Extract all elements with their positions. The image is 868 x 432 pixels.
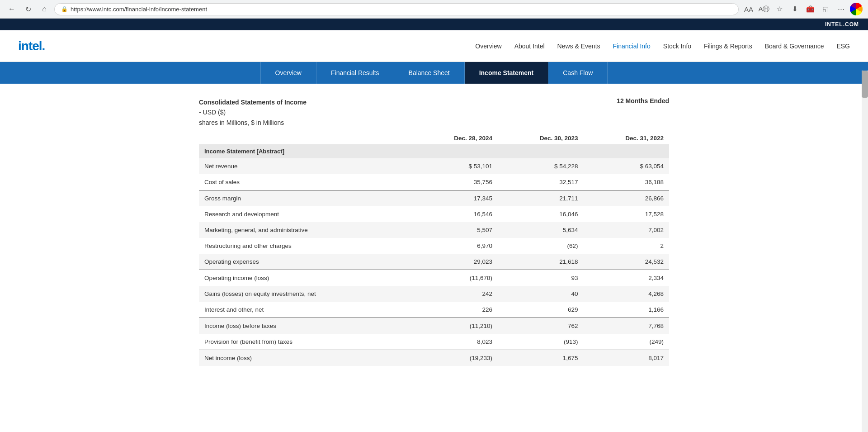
nav-financial-info-link[interactable]: Financial Info	[613, 43, 651, 50]
subnav-income-statement[interactable]: Income Statement	[465, 62, 549, 84]
title-line2: - USD ($)	[199, 109, 226, 116]
nav-filings-reports[interactable]: Filings & Reports	[704, 43, 752, 50]
row-col3: 1,166	[584, 302, 669, 318]
subnav-balance-sheet[interactable]: Balance Sheet	[394, 62, 465, 84]
extensions-button[interactable]: 🧰	[804, 3, 816, 15]
nav-about-intel-link[interactable]: About Intel	[514, 43, 545, 50]
sidebar-button[interactable]: ◱	[819, 3, 832, 15]
row-label: Gains (losses) on equity investments, ne…	[199, 286, 412, 302]
row-col3: $ 63,054	[584, 158, 669, 174]
browser-actions: АА AⒽ ☆ ⬇ 🧰 ◱ ⋯	[742, 3, 863, 15]
income-statement-table: Dec. 28, 2024 Dec. 30, 2023 Dec. 31, 202…	[199, 132, 669, 366]
period-header-block: 12 Months Ended	[617, 97, 669, 128]
col-label-header	[199, 132, 412, 144]
table-row: Marketing, general, and administrative5,…	[199, 222, 669, 238]
subnav-cash-flow[interactable]: Cash Flow	[548, 62, 608, 84]
nav-filings-reports-link[interactable]: Filings & Reports	[704, 43, 752, 50]
row-col1: (11,210)	[412, 318, 498, 334]
row-col3: (249)	[584, 334, 669, 350]
nav-financial-info[interactable]: Financial Info	[613, 43, 651, 50]
nav-esg-link[interactable]: ESG	[836, 43, 850, 50]
table-row: Operating expenses29,02321,61824,532	[199, 254, 669, 270]
nav-esg[interactable]: ESG	[836, 43, 850, 50]
address-bar[interactable]: 🔒 https://www.intc.com/financial-info/in…	[54, 3, 739, 15]
row-col1: 29,023	[412, 254, 498, 270]
browser-bar: ← ↻ ⌂ 🔒 https://www.intc.com/financial-i…	[0, 0, 868, 19]
download-button[interactable]: ⬇	[788, 3, 801, 15]
row-col1: 16,546	[412, 206, 498, 222]
col3-header: Dec. 31, 2022	[584, 132, 669, 144]
row-label: Operating income (loss)	[199, 270, 412, 286]
row-col1: (11,678)	[412, 270, 498, 286]
row-col2: 21,711	[498, 190, 583, 207]
subnav-financial-results[interactable]: Financial Results	[316, 62, 394, 84]
row-label: Restructuring and other charges	[199, 238, 412, 254]
nav-stock-info[interactable]: Stock Info	[663, 43, 691, 50]
table-row: Net income (loss)(19,233)1,6758,017	[199, 350, 669, 366]
section-header-row: Income Statement [Abstract]	[199, 144, 669, 158]
table-row: Gross margin17,34521,71126,866	[199, 190, 669, 207]
row-col1: (19,233)	[412, 350, 498, 366]
row-label: Research and development	[199, 206, 412, 222]
row-col2: 1,675	[498, 350, 583, 366]
row-col2: 5,634	[498, 222, 583, 238]
row-col2: 93	[498, 270, 583, 286]
main-nav-list: Overview About Intel News & Events Finan…	[475, 43, 850, 50]
translate-button[interactable]: AⒽ	[758, 3, 770, 15]
column-header-row: Dec. 28, 2024 Dec. 30, 2023 Dec. 31, 202…	[199, 132, 669, 144]
row-col1: 17,345	[412, 190, 498, 207]
row-col2: (913)	[498, 334, 583, 350]
nav-news-events-link[interactable]: News & Events	[557, 43, 600, 50]
row-col3: 2	[584, 238, 669, 254]
scrollbar-thumb[interactable]	[862, 71, 868, 98]
row-col2: $ 54,228	[498, 158, 583, 174]
content-area: Consolidated Statements of Income - USD …	[185, 97, 683, 366]
row-col1: $ 53,101	[412, 158, 498, 174]
nav-overview[interactable]: Overview	[475, 43, 501, 50]
row-col3: 26,866	[584, 190, 669, 207]
back-button[interactable]: ←	[5, 3, 18, 15]
intel-logo[interactable]: intel.	[18, 39, 45, 53]
table-row: Research and development16,54616,04617,5…	[199, 206, 669, 222]
title-line3: shares in Millions, $ in Millions	[199, 119, 284, 126]
top-bar: INTEL.COM	[0, 19, 868, 30]
nav-board-governance[interactable]: Board & Governance	[765, 43, 824, 50]
nav-overview-link[interactable]: Overview	[475, 43, 501, 50]
row-col3: 36,188	[584, 174, 669, 190]
statement-header-section: Consolidated Statements of Income - USD …	[199, 97, 669, 128]
scrollbar[interactable]	[862, 71, 868, 380]
nav-board-governance-link[interactable]: Board & Governance	[765, 43, 824, 50]
refresh-button[interactable]: ↻	[22, 3, 34, 15]
col2-header: Dec. 30, 2023	[498, 132, 583, 144]
row-col2: 40	[498, 286, 583, 302]
nav-stock-info-link[interactable]: Stock Info	[663, 43, 691, 50]
table-row: Income (loss) before taxes(11,210)7627,7…	[199, 318, 669, 334]
profile-avatar[interactable]	[850, 3, 863, 15]
site-label: INTEL.COM	[825, 21, 859, 28]
main-navigation: Overview About Intel News & Events Finan…	[475, 43, 850, 50]
table-row: Operating income (loss)(11,678)932,334	[199, 270, 669, 286]
row-col1: 6,970	[412, 238, 498, 254]
table-row: Gains (losses) on equity investments, ne…	[199, 286, 669, 302]
row-label: Provision for (benefit from) taxes	[199, 334, 412, 350]
subnav-overview[interactable]: Overview	[260, 62, 316, 84]
row-col3: 4,268	[584, 286, 669, 302]
row-col1: 226	[412, 302, 498, 318]
reader-mode-button[interactable]: АА	[742, 3, 755, 15]
home-button[interactable]: ⌂	[38, 3, 51, 15]
favorite-button[interactable]: ☆	[773, 3, 786, 15]
row-col2: 21,618	[498, 254, 583, 270]
row-label: Net income (loss)	[199, 350, 412, 366]
sub-navigation: Overview Financial Results Balance Sheet…	[0, 62, 868, 84]
nav-about-intel[interactable]: About Intel	[514, 43, 545, 50]
row-col3: 7,002	[584, 222, 669, 238]
table-row: Provision for (benefit from) taxes8,023(…	[199, 334, 669, 350]
row-col3: 2,334	[584, 270, 669, 286]
table-row: Cost of sales35,75632,51736,188	[199, 174, 669, 190]
more-button[interactable]: ⋯	[835, 3, 847, 15]
lock-icon: 🔒	[61, 6, 68, 12]
row-col1: 8,023	[412, 334, 498, 350]
row-col1: 242	[412, 286, 498, 302]
row-label: Net revenue	[199, 158, 412, 174]
nav-news-events[interactable]: News & Events	[557, 43, 600, 50]
